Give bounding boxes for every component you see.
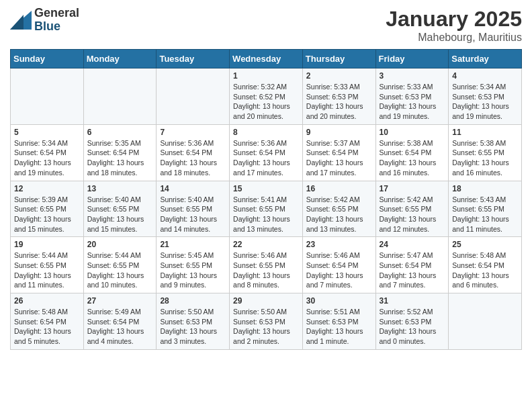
day-cell: 9Sunrise: 5:37 AM Sunset: 6:54 PM Daylig… — [302, 124, 375, 181]
logo-icon — [10, 11, 32, 30]
day-number: 12 — [14, 184, 81, 193]
day-cell: 11Sunrise: 5:38 AM Sunset: 6:55 PM Dayli… — [449, 124, 522, 181]
day-number: 27 — [87, 296, 154, 306]
logo-blue-text: Blue — [34, 20, 79, 34]
title-block: January 2025 Mahebourg, Mauritius — [386, 7, 522, 44]
day-number: 31 — [380, 296, 446, 306]
calendar-subtitle: Mahebourg, Mauritius — [386, 32, 522, 44]
day-info: Sunrise: 5:38 AM Sunset: 6:54 PM Dayligh… — [380, 138, 446, 178]
day-cell: 31Sunrise: 5:52 AM Sunset: 6:53 PM Dayli… — [375, 293, 449, 350]
day-cell: 16Sunrise: 5:42 AM Sunset: 6:55 PM Dayli… — [302, 181, 375, 237]
day-number: 7 — [160, 128, 226, 137]
day-cell: 22Sunrise: 5:46 AM Sunset: 6:55 PM Dayli… — [230, 237, 303, 293]
day-info: Sunrise: 5:48 AM Sunset: 6:54 PM Dayligh… — [14, 307, 81, 347]
day-info: Sunrise: 5:44 AM Sunset: 6:55 PM Dayligh… — [14, 250, 81, 290]
day-number: 5 — [14, 128, 81, 137]
calendar-table: SundayMondayTuesdayWednesdayThursdayFrid… — [10, 49, 522, 350]
weekday-header-sunday: Sunday — [11, 50, 84, 68]
day-info: Sunrise: 5:34 AM Sunset: 6:53 PM Dayligh… — [452, 82, 519, 122]
day-cell: 4Sunrise: 5:34 AM Sunset: 6:53 PM Daylig… — [449, 68, 522, 125]
day-cell: 25Sunrise: 5:48 AM Sunset: 6:54 PM Dayli… — [449, 237, 522, 293]
day-number: 14 — [160, 184, 226, 193]
svg-marker-1 — [10, 15, 24, 30]
day-number: 26 — [14, 296, 81, 306]
day-info: Sunrise: 5:36 AM Sunset: 6:54 PM Dayligh… — [160, 138, 226, 178]
day-cell — [449, 293, 522, 350]
day-number: 23 — [306, 240, 373, 249]
day-cell: 15Sunrise: 5:41 AM Sunset: 6:55 PM Dayli… — [230, 181, 303, 237]
day-cell: 13Sunrise: 5:40 AM Sunset: 6:55 PM Dayli… — [83, 181, 157, 237]
day-number: 1 — [233, 71, 300, 81]
weekday-header-tuesday: Tuesday — [157, 50, 230, 68]
day-cell: 3Sunrise: 5:33 AM Sunset: 6:53 PM Daylig… — [375, 68, 449, 125]
day-info: Sunrise: 5:37 AM Sunset: 6:54 PM Dayligh… — [306, 138, 373, 178]
day-cell: 27Sunrise: 5:49 AM Sunset: 6:54 PM Dayli… — [83, 293, 157, 350]
day-info: Sunrise: 5:33 AM Sunset: 6:53 PM Dayligh… — [380, 82, 446, 122]
day-cell: 20Sunrise: 5:44 AM Sunset: 6:55 PM Dayli… — [83, 237, 157, 293]
day-info: Sunrise: 5:50 AM Sunset: 6:53 PM Dayligh… — [160, 307, 226, 347]
day-cell: 5Sunrise: 5:34 AM Sunset: 6:54 PM Daylig… — [11, 124, 84, 181]
day-cell: 18Sunrise: 5:43 AM Sunset: 6:55 PM Dayli… — [449, 181, 522, 237]
day-number: 17 — [380, 184, 446, 193]
day-number: 30 — [306, 296, 373, 306]
calendar-title: January 2025 — [386, 7, 522, 32]
day-number: 19 — [14, 240, 81, 249]
day-info: Sunrise: 5:35 AM Sunset: 6:54 PM Dayligh… — [87, 138, 154, 178]
day-info: Sunrise: 5:42 AM Sunset: 6:55 PM Dayligh… — [306, 195, 373, 234]
header: General Blue January 2025 Mahebourg, Mau… — [10, 7, 522, 44]
day-cell: 2Sunrise: 5:33 AM Sunset: 6:53 PM Daylig… — [302, 68, 375, 125]
week-row-4: 19Sunrise: 5:44 AM Sunset: 6:55 PM Dayli… — [11, 237, 522, 293]
day-cell: 24Sunrise: 5:47 AM Sunset: 6:54 PM Dayli… — [375, 237, 449, 293]
logo-text: General Blue — [34, 7, 79, 34]
day-cell: 19Sunrise: 5:44 AM Sunset: 6:55 PM Dayli… — [11, 237, 84, 293]
day-cell: 1Sunrise: 5:32 AM Sunset: 6:52 PM Daylig… — [230, 68, 303, 125]
day-number: 24 — [380, 240, 446, 249]
day-info: Sunrise: 5:44 AM Sunset: 6:55 PM Dayligh… — [87, 250, 154, 290]
week-row-5: 26Sunrise: 5:48 AM Sunset: 6:54 PM Dayli… — [11, 293, 522, 350]
day-cell: 17Sunrise: 5:42 AM Sunset: 6:55 PM Dayli… — [375, 181, 449, 237]
day-cell: 8Sunrise: 5:36 AM Sunset: 6:54 PM Daylig… — [230, 124, 303, 181]
day-cell: 12Sunrise: 5:39 AM Sunset: 6:55 PM Dayli… — [11, 181, 84, 237]
day-info: Sunrise: 5:40 AM Sunset: 6:55 PM Dayligh… — [87, 195, 154, 234]
day-cell: 23Sunrise: 5:46 AM Sunset: 6:54 PM Dayli… — [302, 237, 375, 293]
day-info: Sunrise: 5:45 AM Sunset: 6:55 PM Dayligh… — [160, 250, 226, 290]
day-info: Sunrise: 5:43 AM Sunset: 6:55 PM Dayligh… — [452, 195, 519, 234]
weekday-header-wednesday: Wednesday — [230, 50, 303, 68]
day-number: 6 — [87, 128, 154, 137]
day-info: Sunrise: 5:51 AM Sunset: 6:53 PM Dayligh… — [306, 307, 373, 347]
day-number: 28 — [160, 296, 226, 306]
day-info: Sunrise: 5:39 AM Sunset: 6:55 PM Dayligh… — [14, 195, 81, 234]
week-row-1: 1Sunrise: 5:32 AM Sunset: 6:52 PM Daylig… — [11, 68, 522, 125]
day-number: 2 — [306, 71, 373, 81]
day-number: 16 — [306, 184, 373, 193]
day-info: Sunrise: 5:33 AM Sunset: 6:53 PM Dayligh… — [306, 82, 373, 122]
day-number: 8 — [233, 128, 300, 137]
day-number: 4 — [452, 71, 519, 81]
day-info: Sunrise: 5:46 AM Sunset: 6:54 PM Dayligh… — [306, 250, 373, 290]
day-number: 15 — [233, 184, 300, 193]
day-number: 25 — [452, 240, 519, 249]
day-info: Sunrise: 5:32 AM Sunset: 6:52 PM Dayligh… — [233, 82, 300, 122]
day-info: Sunrise: 5:47 AM Sunset: 6:54 PM Dayligh… — [380, 250, 446, 290]
day-cell: 29Sunrise: 5:50 AM Sunset: 6:53 PM Dayli… — [230, 293, 303, 350]
weekday-header-row: SundayMondayTuesdayWednesdayThursdayFrid… — [11, 50, 522, 68]
day-cell — [157, 68, 230, 125]
weekday-header-monday: Monday — [83, 50, 157, 68]
day-cell: 10Sunrise: 5:38 AM Sunset: 6:54 PM Dayli… — [375, 124, 449, 181]
day-number: 3 — [380, 71, 446, 81]
day-info: Sunrise: 5:49 AM Sunset: 6:54 PM Dayligh… — [87, 307, 154, 347]
day-info: Sunrise: 5:52 AM Sunset: 6:53 PM Dayligh… — [380, 307, 446, 347]
day-info: Sunrise: 5:41 AM Sunset: 6:55 PM Dayligh… — [233, 195, 300, 234]
day-info: Sunrise: 5:40 AM Sunset: 6:55 PM Dayligh… — [160, 195, 226, 234]
day-info: Sunrise: 5:48 AM Sunset: 6:54 PM Dayligh… — [452, 250, 519, 290]
weekday-header-saturday: Saturday — [449, 50, 522, 68]
day-info: Sunrise: 5:42 AM Sunset: 6:55 PM Dayligh… — [380, 195, 446, 234]
calendar-container: General Blue January 2025 Mahebourg, Mau… — [0, 0, 532, 360]
day-info: Sunrise: 5:50 AM Sunset: 6:53 PM Dayligh… — [233, 307, 300, 347]
day-cell: 28Sunrise: 5:50 AM Sunset: 6:53 PM Dayli… — [157, 293, 230, 350]
day-cell: 7Sunrise: 5:36 AM Sunset: 6:54 PM Daylig… — [157, 124, 230, 181]
day-number: 10 — [380, 128, 446, 137]
day-number: 29 — [233, 296, 300, 306]
day-cell: 21Sunrise: 5:45 AM Sunset: 6:55 PM Dayli… — [157, 237, 230, 293]
day-number: 11 — [452, 128, 519, 137]
